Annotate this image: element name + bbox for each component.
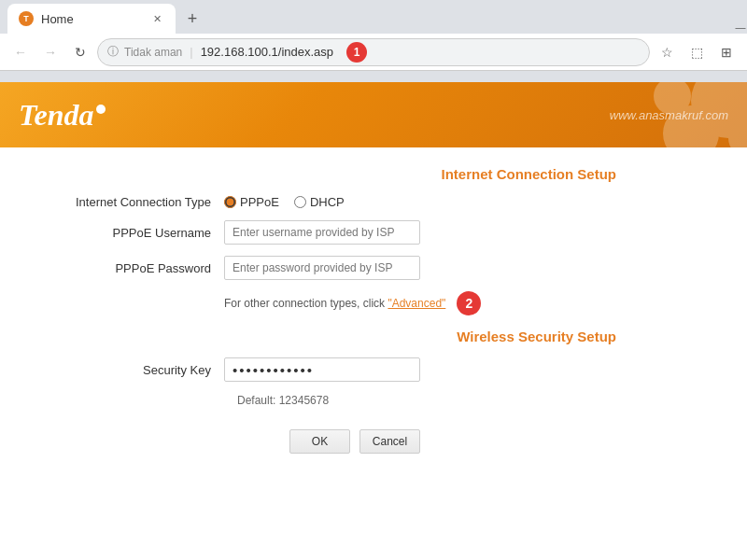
advanced-text: For other connection types, click: [224, 297, 385, 310]
window-controls: —: [734, 21, 747, 34]
url-text: 192.168.100.1/index.asp: [201, 45, 333, 59]
dhcp-label: DHCP: [310, 195, 345, 209]
ok-button[interactable]: OK: [289, 429, 350, 454]
reload-button[interactable]: ↻: [67, 39, 93, 65]
wireless-section-title: Wireless Security Setup: [37, 329, 672, 344]
cancel-button[interactable]: Cancel: [359, 429, 420, 454]
security-key-input[interactable]: [224, 357, 420, 382]
username-label: PPPoE Username: [37, 226, 224, 240]
active-tab[interactable]: T Home ✕: [7, 4, 176, 34]
button-row: OK Cancel: [37, 429, 672, 454]
security-key-row: Security Key: [37, 357, 672, 382]
nav-bar: ← → ↻ ⓘ Tidak aman | 192.168.100.1/index…: [0, 34, 747, 71]
forward-button[interactable]: →: [37, 39, 63, 65]
dhcp-option[interactable]: DHCP: [294, 195, 345, 209]
tenda-header: Tenda www.anasmakruf.com: [0, 82, 747, 147]
default-value-container: Default: 12345678: [224, 393, 430, 407]
star-button[interactable]: ☆: [654, 39, 680, 65]
screenshot-button[interactable]: ⬚: [684, 39, 710, 65]
tab-title: Home: [41, 12, 74, 26]
password-field-container: [224, 256, 430, 280]
tab-bar: T Home ✕ + —: [0, 0, 747, 34]
browser-chrome: T Home ✕ + — ← → ↻ ⓘ Tidak aman | 192.16…: [0, 0, 747, 82]
username-field-container: [224, 220, 430, 245]
connection-type-label: Internet Connection Type: [37, 195, 224, 209]
security-key-field-container: [224, 357, 430, 382]
separator: |: [190, 45, 192, 59]
advanced-link[interactable]: "Advanced": [388, 297, 445, 310]
pppoe-option[interactable]: PPPoE: [224, 195, 279, 209]
pppoe-radio[interactable]: [224, 196, 236, 208]
security-key-label: Security Key: [37, 363, 224, 377]
badge-2: 2: [457, 291, 481, 315]
back-button[interactable]: ←: [7, 39, 34, 65]
extensions-button[interactable]: ⊞: [713, 39, 740, 65]
advanced-link-row: For other connection types, click "Advan…: [37, 291, 672, 315]
username-row: PPPoE Username: [37, 220, 672, 245]
username-input[interactable]: [224, 220, 420, 245]
main-form: Internet Connection Setup Internet Conne…: [0, 147, 710, 472]
pppoe-label: PPPoE: [240, 195, 279, 209]
insecure-label: Tidak aman: [124, 46, 182, 59]
default-value-text: Default: 12345678: [224, 394, 329, 407]
dhcp-radio[interactable]: [294, 196, 306, 208]
default-value-row: Default: 12345678: [37, 393, 672, 407]
tenda-logo: Tenda: [19, 98, 106, 133]
tab-close-button[interactable]: ✕: [149, 11, 164, 26]
connection-type-options: PPPoE DHCP: [224, 195, 430, 209]
insecure-icon: ⓘ: [107, 44, 119, 60]
address-bar[interactable]: ⓘ Tidak aman | 192.168.100.1/index.asp 1: [97, 38, 650, 66]
password-row: PPPoE Password: [37, 256, 672, 280]
connection-type-row: Internet Connection Type PPPoE DHCP: [37, 195, 672, 209]
internet-section-title: Internet Connection Setup: [37, 166, 672, 182]
nav-right-controls: ☆ ⬚ ⊞: [654, 39, 740, 65]
password-label: PPPoE Password: [37, 261, 224, 275]
tab-favicon: T: [19, 11, 34, 26]
password-input[interactable]: [224, 256, 420, 280]
page-content: Tenda www.anasmakruf.com Internet Connec…: [0, 82, 747, 560]
new-tab-button[interactable]: +: [179, 6, 205, 32]
header-decoration: [560, 82, 747, 147]
minimize-button[interactable]: —: [734, 21, 747, 34]
badge-1: 1: [346, 42, 367, 63]
